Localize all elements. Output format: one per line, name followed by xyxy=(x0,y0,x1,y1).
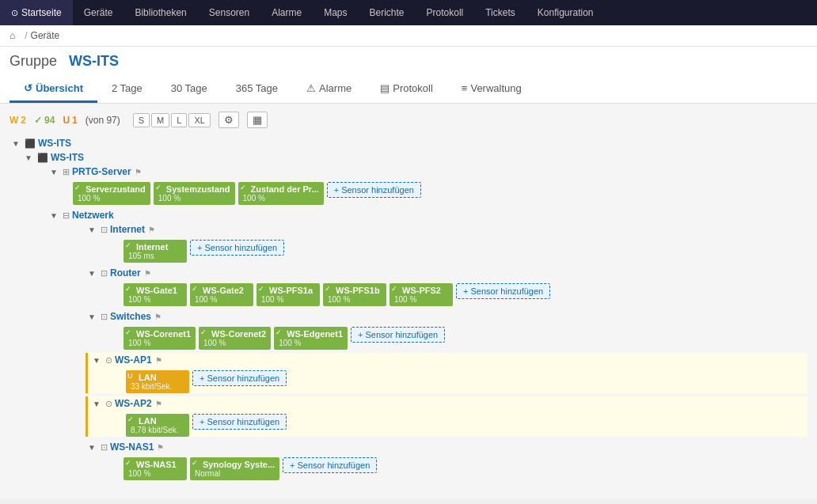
wits-child-label[interactable]: WS-ITS xyxy=(51,152,84,163)
root-expander[interactable]: ▼ xyxy=(10,137,22,150)
top-navigation: ⊙ Startseite Geräte Bibliotheken Sensore… xyxy=(0,0,817,25)
switches-expander[interactable]: ▼ xyxy=(86,310,98,323)
nav-tickets[interactable]: Tickets xyxy=(474,0,526,25)
wsap1-icon: ⊙ xyxy=(105,355,112,366)
home-icon[interactable]: ⌂ xyxy=(10,30,15,41)
sensor-wsgate2[interactable]: ✓ WS-Gate2 100 % xyxy=(190,283,253,306)
nav-berichte[interactable]: Berichte xyxy=(359,0,416,25)
sensor-systemzustand[interactable]: ✓ Systemzustand 100 % xyxy=(154,182,235,205)
wsap1-expander[interactable]: ▼ xyxy=(90,354,103,366)
internet-section: ▼ ⊡ Internet ⚑ ✓ Internet 105 ms xyxy=(86,222,808,263)
sensor-wsnas1-main[interactable]: ✓ WS-NAS1 100 % xyxy=(124,457,187,480)
tab-30tage[interactable]: 30 Tage xyxy=(157,76,222,103)
wsap1-section: ▼ ⊙ WS-AP1 ⚑ U LAN 33 kbit/Sek. xyxy=(86,353,808,393)
nav-sensoren[interactable]: Sensoren xyxy=(198,0,260,25)
nav-maps[interactable]: Maps xyxy=(313,0,358,25)
prtg-server-section: ▼ ⊞ PRTG-Server ⚑ ✓ Serverzustand 100 % … xyxy=(48,165,808,205)
add-sensor-internet[interactable]: + Sensor hinzufügen xyxy=(190,240,284,256)
add-sensor-switches[interactable]: + Sensor hinzufügen xyxy=(351,327,445,343)
main-content: W 2 ✓ 94 U 1 (von 97) S M L XL ⚙ ▦ ▼ ⬛ W… xyxy=(0,104,817,499)
switches-section: ▼ ⊡ Switches ⚑ ✓ WS-Corenet1 100 % xyxy=(86,309,808,350)
router-label[interactable]: Router xyxy=(110,267,141,279)
wsap2-row[interactable]: ▼ ⊙ WS-AP2 ⚑ xyxy=(88,396,808,411)
tab-protokoll[interactable]: ▤ Protokoll xyxy=(366,76,447,103)
sensor-wsap2-lan[interactable]: ✓ LAN 8,78 kbit/Sek. xyxy=(126,414,189,437)
sensor-zustand-pr[interactable]: ✓ Zustand der Pr... 100 % xyxy=(238,182,324,205)
sensor-wspfs1a[interactable]: ✓ WS-PFS1a 100 % xyxy=(256,283,320,306)
internet-label[interactable]: Internet xyxy=(110,224,145,235)
ok-badge: ✓ 94 xyxy=(34,115,55,126)
internet-row[interactable]: ▼ ⊡ Internet ⚑ xyxy=(86,222,808,237)
add-sensor-wsnas1[interactable]: + Sensor hinzufügen xyxy=(283,457,377,473)
switches-row[interactable]: ▼ ⊡ Switches ⚑ xyxy=(86,309,808,324)
sensor-wspfs1b[interactable]: ✓ WS-PFS1b 100 % xyxy=(323,283,386,306)
add-sensor-prtg[interactable]: + Sensor hinzufügen xyxy=(327,182,421,198)
size-s-button[interactable]: S xyxy=(133,113,150,127)
root-label[interactable]: WS-ITS xyxy=(38,138,71,149)
internet-expander[interactable]: ▼ xyxy=(86,223,98,236)
settings-icon-button[interactable]: ⚙ xyxy=(218,112,239,128)
add-sensor-wsap1[interactable]: + Sensor hinzufügen xyxy=(192,370,287,386)
wsap1-label[interactable]: WS-AP1 xyxy=(115,354,152,366)
prtg-flag-icon: ⚑ xyxy=(135,168,142,176)
grid-view-button[interactable]: ▦ xyxy=(247,112,268,128)
wits-group: ▼ ⬛ WS-ITS ▼ ⊞ PRTG-Server ⚑ ✓ xyxy=(22,150,808,480)
tab-uebersicht[interactable]: ↺ Übersicht xyxy=(10,76,97,103)
wsnas1-section: ▼ ⊡ WS-NAS1 ⚑ ✓ WS-NAS1 100 % xyxy=(86,440,808,480)
router-icon: ⊡ xyxy=(101,268,108,279)
add-sensor-wsap2[interactable]: + Sensor hinzufügen xyxy=(192,414,287,430)
nav-alarme[interactable]: Alarme xyxy=(260,0,313,25)
wsap2-sensors: ✓ LAN 8,78 kbit/Sek. + Sensor hinzufügen xyxy=(126,414,808,437)
nav-startseite[interactable]: ⊙ Startseite xyxy=(0,0,73,25)
nav-geraete[interactable]: Geräte xyxy=(73,0,124,25)
nav-konfiguration[interactable]: Konfiguration xyxy=(526,0,605,25)
netzwerk-expander[interactable]: ▼ xyxy=(48,209,60,222)
prtg-server-row[interactable]: ▼ ⊞ PRTG-Server ⚑ xyxy=(48,165,808,179)
sensor-wspfs2[interactable]: ✓ WS-PFS2 100 % xyxy=(390,283,453,306)
sensor-wsap1-lan[interactable]: U LAN 33 kbit/Sek. xyxy=(126,370,189,393)
wsap2-expander[interactable]: ▼ xyxy=(90,397,103,410)
tab-365tage[interactable]: 365 Tage xyxy=(222,76,292,103)
prtg-label[interactable]: PRTG-Server xyxy=(72,166,131,177)
add-sensor-router[interactable]: + Sensor hinzufügen xyxy=(456,283,550,299)
wsap2-label[interactable]: WS-AP2 xyxy=(115,398,152,409)
sensor-wsedgenet1[interactable]: ✓ WS-Edgenet1 100 % xyxy=(274,327,348,350)
wsnas1-expander[interactable]: ▼ xyxy=(86,441,98,453)
router-expander[interactable]: ▼ xyxy=(86,267,98,279)
switches-label[interactable]: Switches xyxy=(110,311,151,322)
netzwerk-label[interactable]: Netzwerk xyxy=(72,210,114,221)
wsap1-row[interactable]: ▼ ⊙ WS-AP1 ⚑ xyxy=(88,353,808,367)
sensor-wscorenet1[interactable]: ✓ WS-Corenet1 100 % xyxy=(124,327,196,350)
wits-expander[interactable]: ▼ xyxy=(22,151,35,164)
sensor-synology[interactable]: ✓ Synology Syste... Normal xyxy=(190,457,279,480)
tab-2tage[interactable]: 2 Tage xyxy=(97,76,157,103)
nav-bibliotheken[interactable]: Bibliotheken xyxy=(124,0,197,25)
router-row[interactable]: ▼ ⊡ Router ⚑ xyxy=(86,266,808,280)
nav-protokoll[interactable]: Protokoll xyxy=(416,0,475,25)
wits-child-row[interactable]: ▼ ⬛ WS-ITS xyxy=(22,150,808,165)
switches-icon: ⊡ xyxy=(101,312,108,322)
wsnas1-label[interactable]: WS-NAS1 xyxy=(110,441,154,453)
size-m-button[interactable]: M xyxy=(151,113,169,127)
internet-sensors: ✓ Internet 105 ms + Sensor hinzufügen xyxy=(124,240,808,263)
wsnas1-row[interactable]: ▼ ⊡ WS-NAS1 ⚑ xyxy=(86,440,808,454)
prtg-icon: ⊞ xyxy=(63,167,70,177)
prtg-expander[interactable]: ▼ xyxy=(48,165,60,178)
wits-group-icon: ⬛ xyxy=(37,153,48,163)
sensor-serverzustand[interactable]: ✓ Serverzustand 100 % xyxy=(73,182,150,205)
size-xl-button[interactable]: XL xyxy=(188,113,210,127)
sensor-wscorenet2[interactable]: ✓ WS-Corenet2 100 % xyxy=(199,327,271,350)
tab-verwaltung[interactable]: ≡ Verwaltung xyxy=(447,76,536,103)
netzwerk-row[interactable]: ▼ ⊟ Netzwerk xyxy=(48,208,808,222)
prtg-sensors: ✓ Serverzustand 100 % ✓ Systemzustand 10… xyxy=(73,182,808,205)
wsap2-section: ▼ ⊙ WS-AP2 ⚑ ✓ LAN 8,78 kbit/Sek. xyxy=(86,396,808,437)
breadcrumb-geraete[interactable]: Geräte xyxy=(31,30,60,41)
switches-flag-icon: ⚑ xyxy=(154,313,162,321)
sensor-internet[interactable]: ✓ Internet 105 ms xyxy=(124,240,187,263)
wsnas1-icon: ⊡ xyxy=(101,442,108,453)
sensor-wsgate1[interactable]: ✓ WS-Gate1 100 % xyxy=(124,283,187,306)
switches-sensors: ✓ WS-Corenet1 100 % ✓ WS-Corenet2 100 % … xyxy=(124,327,808,350)
tab-alarme[interactable]: ⚠ Alarme xyxy=(292,76,366,103)
root-row[interactable]: ▼ ⬛ WS-ITS xyxy=(10,136,808,150)
size-l-button[interactable]: L xyxy=(171,113,187,127)
